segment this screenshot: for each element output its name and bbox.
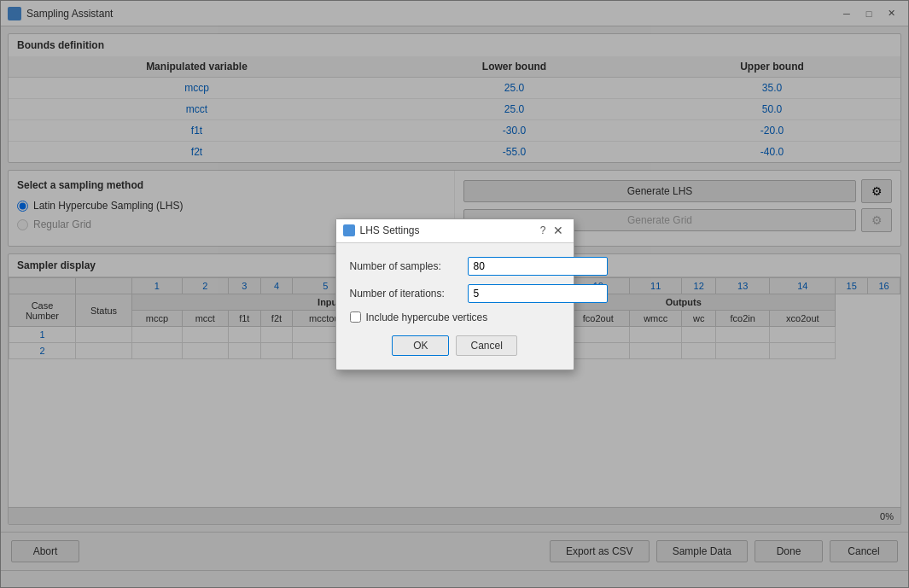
num-samples-input[interactable]: [468, 257, 608, 276]
include-vertices-row: Include hypercube vertices: [350, 311, 560, 323]
modal-buttons: OK Cancel: [350, 335, 560, 356]
modal-titlebar-right: ? ✕: [540, 222, 567, 239]
modal-body: Number of samples: Number of iterations:…: [336, 243, 574, 370]
modal-ok-button[interactable]: OK: [392, 335, 449, 356]
modal-cancel-button[interactable]: Cancel: [456, 335, 516, 356]
include-vertices-checkbox[interactable]: [350, 311, 361, 323]
modal-titlebar-left: LHS Settings: [343, 224, 420, 236]
modal-help-button[interactable]: ?: [540, 224, 546, 236]
modal-icon: [343, 224, 355, 236]
num-iterations-row: Number of iterations:: [350, 284, 560, 303]
num-samples-label: Number of samples:: [350, 260, 461, 272]
num-iterations-input[interactable]: [468, 284, 608, 303]
modal-overlay: LHS Settings ? ✕ Number of samples: Numb…: [0, 0, 909, 588]
include-vertices-label: Include hypercube vertices: [366, 311, 488, 323]
num-iterations-label: Number of iterations:: [350, 288, 461, 300]
num-samples-row: Number of samples:: [350, 257, 560, 276]
lhs-settings-modal: LHS Settings ? ✕ Number of samples: Numb…: [335, 218, 574, 370]
modal-titlebar: LHS Settings ? ✕: [336, 219, 574, 243]
modal-title: LHS Settings: [360, 224, 420, 236]
modal-close-button[interactable]: ✕: [550, 222, 567, 239]
